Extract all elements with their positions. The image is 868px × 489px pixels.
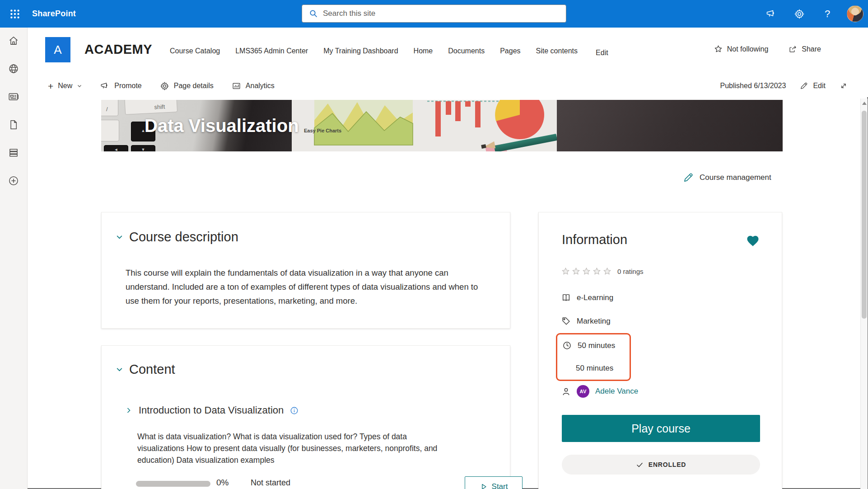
star-icon <box>592 267 602 276</box>
suite-bar: SharePoint ? <box>0 0 868 28</box>
share-button[interactable]: Share <box>788 44 821 54</box>
nav-site-contents[interactable]: Site contents <box>536 47 578 55</box>
help-icon[interactable]: ? <box>819 5 836 23</box>
course-type-label: e-Learning <box>577 293 613 302</box>
gear-icon[interactable] <box>791 5 808 23</box>
nav-documents[interactable]: Documents <box>448 47 485 55</box>
edit-page-button[interactable]: Edit <box>799 79 826 93</box>
module-row[interactable]: Introduction to Data Visualization <box>125 404 299 416</box>
hero-dark-photo <box>557 100 783 151</box>
megaphone-icon[interactable] <box>763 5 780 23</box>
play-course-button[interactable]: Play course <box>562 415 760 442</box>
site-title[interactable]: ACADEMY <box>84 42 152 57</box>
edit-page-label: Edit <box>813 82 826 90</box>
news-icon[interactable] <box>7 91 20 103</box>
hero-chart-caption: Easy Pie Charts <box>304 128 341 133</box>
content-card: Content Introduction to Data Visualizati… <box>101 345 510 489</box>
chevron-down-icon <box>77 83 82 89</box>
course-description-toggle[interactable]: Course description <box>116 230 238 244</box>
vertical-scrollbar[interactable] <box>860 99 868 489</box>
sharepoint-window: { "suite_bar": { "brand": "SharePoint", … <box>0 0 868 489</box>
home-icon[interactable] <box>7 35 20 47</box>
globe-icon[interactable] <box>7 63 20 75</box>
course-description-body: This course will explain the fundamental… <box>126 266 486 308</box>
keyboard-key-down: ▼ <box>131 145 155 151</box>
keyboard-key-shift: shift <box>124 100 177 115</box>
play-icon <box>480 483 488 489</box>
follow-label: Not following <box>727 45 769 53</box>
instructor-row: AV Adele Vance <box>561 385 638 398</box>
check-icon <box>636 461 644 469</box>
enrolled-button[interactable]: ENROLLED <box>562 455 760 475</box>
heart-icon[interactable] <box>746 234 760 248</box>
star-icon <box>561 267 570 276</box>
nav-home[interactable]: Home <box>414 47 433 55</box>
module-title: Introduction to Data Visualization <box>139 404 284 416</box>
header-actions: Not following Share <box>714 44 821 54</box>
page-icon[interactable] <box>7 119 20 131</box>
content-toggle[interactable]: Content <box>116 362 175 377</box>
new-label: New <box>58 82 72 90</box>
nav-lms365-admin-center[interactable]: LMS365 Admin Center <box>235 47 308 55</box>
expand-icon[interactable] <box>839 79 848 93</box>
keyboard-key-left: ◄ <box>104 145 128 151</box>
keyboard-key-blank <box>101 120 119 141</box>
duration-secondary-label: 50 minutes <box>576 364 613 373</box>
chevron-right-icon <box>125 407 132 414</box>
chevron-down-icon <box>116 233 123 241</box>
hero-banner: / shift ▲ ◄ ▼ Data Visualization Eas <box>101 100 783 151</box>
follow-button[interactable]: Not following <box>714 44 769 54</box>
book-icon <box>561 293 571 302</box>
instructor-name-link[interactable]: Adele Vance <box>595 387 638 396</box>
scrollbar-thumb[interactable] <box>862 111 867 319</box>
module-progress-row: 0% Not started Start <box>136 475 493 489</box>
start-label: Start <box>492 482 508 489</box>
nav-my-training-dashboard[interactable]: My Training Dashboard <box>323 47 398 55</box>
course-management-link[interactable]: Course management <box>682 172 771 183</box>
promote-button[interactable]: Promote <box>100 79 141 93</box>
category-label: Marketing <box>577 317 611 326</box>
gear-icon <box>160 81 169 91</box>
category-row: Marketing <box>561 316 611 326</box>
course-description-card: Course description This course will expl… <box>101 212 510 329</box>
sharepoint-brand[interactable]: SharePoint <box>32 0 76 28</box>
duration-row: 50 minutes <box>562 341 615 350</box>
page-details-label: Page details <box>174 82 214 90</box>
create-plus-icon[interactable] <box>7 175 20 187</box>
instructor-avatar[interactable]: AV <box>577 385 589 398</box>
ratings-count: 0 ratings <box>617 268 644 275</box>
promote-label: Promote <box>114 82 141 90</box>
page-details-button[interactable]: Page details <box>160 79 214 93</box>
course-management-label: Course management <box>700 173 771 182</box>
pencil-icon <box>799 81 808 90</box>
tag-icon <box>561 316 571 326</box>
search-input[interactable] <box>323 9 566 18</box>
lists-stack-icon[interactable] <box>7 147 20 159</box>
user-avatar[interactable] <box>847 5 863 22</box>
search-icon <box>309 9 318 18</box>
star-icon <box>602 267 612 276</box>
new-button[interactable]: + New <box>48 79 82 93</box>
course-description-title: Course description <box>129 230 238 244</box>
analytics-button[interactable]: Analytics <box>232 79 275 93</box>
rating-stars[interactable]: 0 ratings <box>561 267 644 276</box>
person-icon <box>561 387 571 396</box>
keyboard-key-slash: / <box>101 100 118 116</box>
nav-pages[interactable]: Pages <box>500 47 520 55</box>
start-button[interactable]: Start <box>465 476 523 489</box>
scrollbar-up-arrow[interactable] <box>862 102 867 105</box>
content-title: Content <box>129 362 175 377</box>
site-search[interactable] <box>302 5 566 23</box>
information-title: Information <box>562 232 627 247</box>
nav-edit[interactable]: Edit <box>596 49 608 57</box>
command-bar: + New Promote <box>28 75 868 97</box>
chevron-down-icon <box>116 366 123 373</box>
page-title: Data Visualization <box>145 116 299 136</box>
app-rail <box>0 28 28 489</box>
star-icon <box>571 267 581 276</box>
info-icon[interactable] <box>290 406 299 415</box>
nav-course-catalog[interactable]: Course Catalog <box>170 47 220 55</box>
site-logo[interactable]: A <box>45 37 70 62</box>
app-launcher-waffle-icon[interactable] <box>6 5 23 23</box>
progress-percent: 0% <box>216 478 229 488</box>
